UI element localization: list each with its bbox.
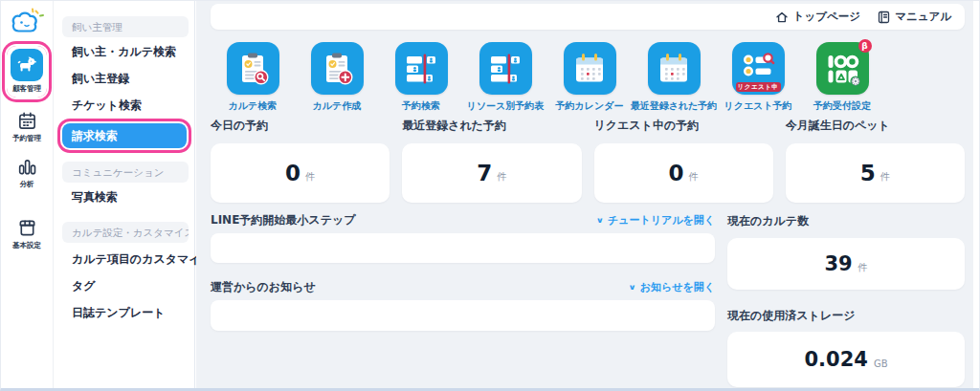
- stat-card: 7 件: [402, 143, 581, 203]
- app-window: 顧客管理 予約管理 分析: [0, 0, 980, 391]
- stat-unit: 件: [880, 170, 890, 184]
- storage-unit: GB: [874, 358, 888, 369]
- sidebar-item-owner-karte-search[interactable]: 飼い主・カルテ検索: [72, 44, 194, 60]
- shortcut-reservation-calendar[interactable]: 予約カレンダー: [547, 42, 632, 113]
- home-icon: [775, 11, 789, 24]
- sidebar-item-owner-registration[interactable]: 飼い主登録: [72, 71, 194, 87]
- recent-reservations-icon: [648, 42, 701, 95]
- request-reservation-icon: リクエスト中: [732, 42, 785, 95]
- booking-settings-icon: β: [816, 42, 869, 95]
- stat-today-reservations: 今日の予約 0 件: [211, 118, 390, 203]
- reservation-calendar-icon: [564, 42, 616, 95]
- icon-rail: 顧客管理 予約管理 分析: [1, 1, 54, 388]
- announcements-widget-header: 運営からのお知らせ ∨ お知らせを開く: [211, 280, 715, 293]
- open-tutorial-link[interactable]: ∨ チュートリアルを開く: [596, 213, 715, 228]
- stat-label: 最近登録された予約: [402, 118, 581, 134]
- manual-label: マニュアル: [895, 10, 951, 24]
- sidebar-item-tags[interactable]: タグ: [72, 278, 194, 294]
- widget-title: 運営からのお知らせ: [211, 279, 316, 295]
- stat-value: 5: [860, 161, 876, 185]
- manual-link[interactable]: マニュアル: [878, 10, 951, 24]
- karte-count-card: 39 件: [727, 238, 965, 290]
- rail-item-analytics[interactable]: 分析: [17, 157, 37, 189]
- sidebar: 飼い主管理 飼い主・カルテ検索 飼い主登録 チケット検索 請求検索 コミュニケー…: [55, 1, 195, 388]
- bar-chart-icon: [17, 157, 37, 177]
- shortcut-label: カルテ検索: [229, 99, 278, 113]
- line-steps-widget-header: LINE予約開始最小ステップ ∨ チュートリアルを開く: [211, 213, 715, 227]
- rail-item-basic-settings[interactable]: 基本設定: [12, 218, 41, 250]
- rail-item-label: 顧客管理: [12, 84, 41, 94]
- storage-card: 0.024 GB: [727, 332, 965, 387]
- stat-birthday-pets: 今月誕生日のペット 5 件: [786, 118, 965, 203]
- shortcut-label: 予約検索: [402, 99, 440, 113]
- app-logo-icon: [9, 8, 45, 36]
- widgets-column: LINE予約開始最小ステップ ∨ チュートリアルを開く 運営からのお知らせ ∨ …: [211, 213, 715, 387]
- chevron-down-icon: ∨: [596, 216, 604, 225]
- request-ribbon: リクエスト中: [736, 82, 781, 92]
- rail-item-reservation-management[interactable]: 予約管理: [12, 111, 41, 143]
- dog-icon: [11, 49, 43, 81]
- top-page-label: トップページ: [793, 10, 860, 24]
- side-stats-column: 現在のカルテ数 39 件 現在の使用済ストレージ 0.024 GB: [727, 213, 965, 387]
- sidebar-item-ticket-search[interactable]: チケット検索: [72, 98, 194, 114]
- calendar-icon: [17, 111, 37, 131]
- shortcut-label: リソース別予約表: [467, 99, 545, 113]
- shortcut-booking-settings[interactable]: β 予約受付設定: [800, 42, 884, 113]
- beta-badge: β: [858, 39, 872, 53]
- rail-item-label: 予約管理: [12, 134, 41, 143]
- topbar: トップページ マニュアル: [211, 4, 965, 30]
- shortcut-label: 予約カレンダー: [556, 99, 624, 113]
- stat-unit: 件: [305, 170, 315, 184]
- line-steps-panel: [211, 233, 715, 263]
- sidebar-item-photo-search[interactable]: 写真検索: [72, 189, 194, 206]
- rail-item-label: 分析: [20, 180, 34, 189]
- stat-value: 0: [669, 161, 684, 185]
- sidebar-section-owner-management: 飼い主管理: [62, 16, 189, 37]
- shortcut-karte-create[interactable]: カルテ作成: [295, 42, 379, 113]
- link-label: チュートリアルを開く: [608, 213, 715, 228]
- stat-label: 今日の予約: [211, 118, 390, 134]
- lower-section: LINE予約開始最小ステップ ∨ チュートリアルを開く 運営からのお知らせ ∨ …: [211, 213, 965, 387]
- reservation-search-icon: [395, 42, 448, 95]
- shortcut-row: カルテ検索: [211, 42, 884, 113]
- sidebar-item-karte-field-customize[interactable]: カルテ項目のカスタマイズ: [72, 251, 194, 268]
- karte-count-value: 39: [824, 252, 852, 275]
- stat-card: 5 件: [786, 143, 965, 203]
- sidebar-item-journal-template[interactable]: 日誌テンプレート: [72, 305, 194, 321]
- rail-item-label: 基本設定: [12, 241, 41, 250]
- open-announcements-link[interactable]: ∨ お知らせを開く: [629, 280, 715, 294]
- shortcut-label: カルテ作成: [313, 99, 362, 113]
- shortcut-resource-schedule[interactable]: リソース別予約表: [463, 42, 547, 113]
- shortcut-label: 最近登録された予約: [631, 99, 718, 113]
- stats-row: 今日の予約 0 件 最近登録された予約 7 件 リクエスト中の予約 0 件: [211, 118, 965, 203]
- stat-recent-reservations: 最近登録された予約 7 件: [402, 118, 581, 203]
- widget-title: LINE予約開始最小ステップ: [211, 212, 355, 228]
- karte-count-label: 現在のカルテ数: [727, 213, 965, 229]
- shortcut-reservation-search[interactable]: 予約検索: [379, 42, 463, 113]
- main-content: トップページ マニュアル: [196, 1, 973, 388]
- resource-schedule-icon: [479, 42, 532, 95]
- stat-value: 0: [285, 161, 301, 185]
- sidebar-item-billing-search[interactable]: 請求検索: [62, 123, 187, 148]
- rail-item-customer-management[interactable]: 顧客管理: [7, 46, 47, 98]
- storage-value: 0.024: [804, 348, 867, 371]
- shortcut-label: 予約受付設定: [813, 99, 871, 113]
- top-page-link[interactable]: トップページ: [775, 10, 860, 24]
- karte-count-unit: 件: [858, 261, 868, 274]
- storage-label: 現在の使用済ストレージ: [727, 308, 965, 324]
- chevron-down-icon: ∨: [629, 283, 636, 292]
- manual-book-icon: [878, 11, 890, 24]
- sidebar-section-communication: コミュニケーション: [62, 162, 189, 183]
- announcements-panel: [211, 300, 715, 331]
- stat-unit: 件: [689, 170, 699, 184]
- stat-unit: 件: [497, 170, 506, 184]
- shortcut-recent-reservations[interactable]: 最近登録された予約: [632, 42, 716, 113]
- stat-label: 今月誕生日のペット: [786, 118, 965, 134]
- stat-value: 7: [477, 161, 492, 185]
- shortcut-label: リクエスト予約: [724, 99, 791, 113]
- shortcut-request-reservation[interactable]: リクエスト中 リクエスト予約: [716, 42, 800, 113]
- stat-card: 0 件: [211, 143, 390, 203]
- stat-card: 0 件: [594, 143, 773, 203]
- shortcut-karte-search[interactable]: カルテ検索: [211, 42, 295, 113]
- karte-search-icon: [227, 42, 279, 95]
